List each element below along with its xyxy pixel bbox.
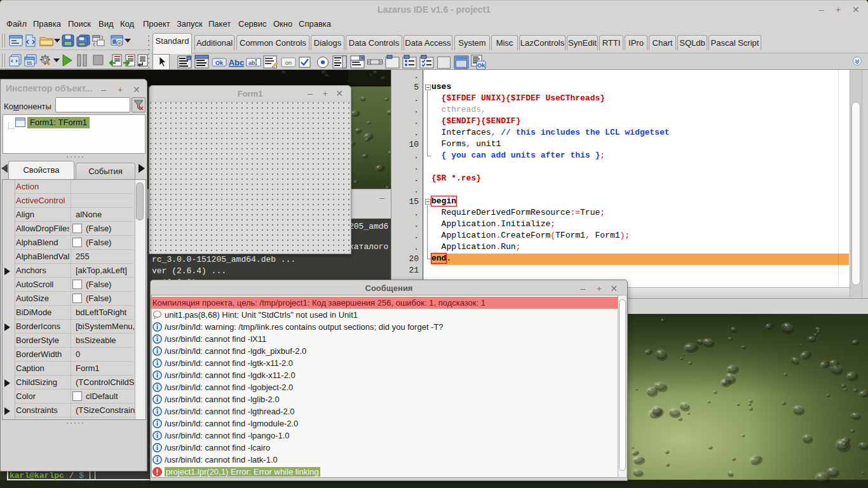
svg-text:Ok: Ok	[215, 60, 224, 66]
svg-text:Abc: Abc	[229, 58, 244, 67]
svg-text:ab: ab	[248, 60, 255, 66]
svg-text:on: on	[285, 60, 292, 66]
svg-text:Ok: Ok	[477, 62, 485, 69]
